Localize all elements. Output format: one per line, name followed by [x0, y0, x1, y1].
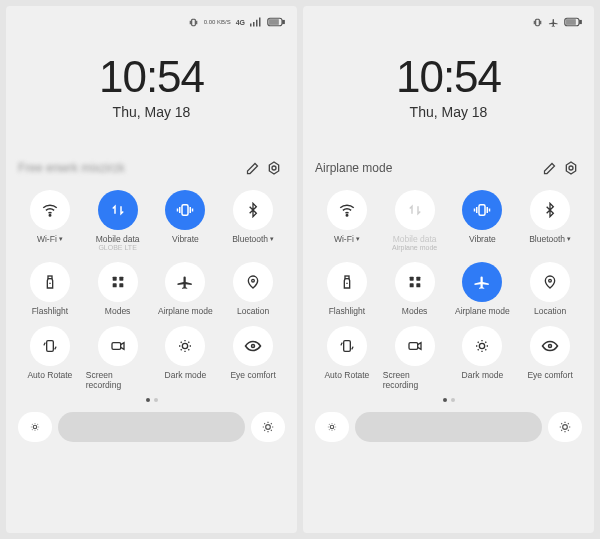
brightness-slider[interactable]: [355, 412, 542, 442]
autorotate-icon: [42, 338, 58, 354]
brightness-row: [18, 412, 285, 442]
svg-rect-25: [536, 19, 540, 25]
vibrate-toggle[interactable]: [462, 190, 502, 230]
vibrate-toggle[interactable]: [165, 190, 205, 230]
tiles-grid: Wi-Fi ▾ Mobile data GLOBE LTE: [18, 190, 285, 390]
wifi-icon: [338, 201, 356, 219]
darkmode-toggle[interactable]: [462, 326, 502, 366]
mobiledata-toggle[interactable]: [395, 190, 435, 230]
brightness-low-button[interactable]: [315, 412, 349, 442]
tile-flashlight: Flashlight: [315, 262, 379, 316]
tile-location: Location: [221, 262, 285, 316]
svg-point-23: [33, 425, 37, 429]
svg-rect-20: [112, 342, 121, 349]
location-toggle[interactable]: [530, 262, 570, 302]
location-icon: [542, 274, 558, 290]
svg-rect-17: [119, 283, 123, 287]
tile-label: Vibrate: [469, 234, 496, 244]
svg-point-10: [49, 215, 51, 217]
svg-rect-33: [345, 276, 349, 279]
wifi-icon: [41, 201, 59, 219]
airplane-toggle[interactable]: [165, 262, 205, 302]
tile-bluetooth: Bluetooth ▾: [518, 190, 582, 252]
quick-settings-panel: 10:54 Thu, May 18 Airplane mode Wi-Fi ▾: [303, 6, 594, 533]
brightness-low-button[interactable]: [18, 412, 52, 442]
mobiledata-icon: [406, 201, 424, 219]
bluetooth-icon: [542, 202, 558, 218]
tile-label: Bluetooth ▾: [232, 234, 274, 244]
tile-label: Screen recording: [86, 370, 150, 390]
clock-time: 10:54: [18, 52, 285, 102]
wifi-toggle[interactable]: [327, 190, 367, 230]
autorotate-toggle[interactable]: [327, 326, 367, 366]
status-battery-icon: [267, 17, 285, 27]
settings-button[interactable]: [263, 157, 285, 179]
modes-toggle[interactable]: [395, 262, 435, 302]
svg-rect-36: [416, 276, 420, 280]
svg-rect-14: [112, 276, 116, 280]
svg-rect-15: [119, 276, 123, 280]
settings-button[interactable]: [560, 157, 582, 179]
modes-toggle[interactable]: [98, 262, 138, 302]
flashlight-icon: [42, 274, 58, 290]
svg-point-39: [549, 279, 552, 282]
tile-screenrec: Screen recording: [86, 326, 150, 390]
tile-mobiledata: Mobile data Airplane mode: [383, 190, 447, 252]
tile-airplane: Airplane mode: [451, 262, 515, 316]
screenrec-toggle[interactable]: [98, 326, 138, 366]
svg-rect-27: [580, 21, 582, 24]
flashlight-toggle[interactable]: [327, 262, 367, 302]
status-vibrate-icon: [188, 17, 199, 28]
svg-rect-40: [344, 340, 351, 351]
eyecomfort-toggle[interactable]: [233, 326, 273, 366]
darkmode-toggle[interactable]: [165, 326, 205, 366]
airplane-toggle[interactable]: [462, 262, 502, 302]
airplane-icon: [473, 273, 491, 291]
edit-button[interactable]: [538, 157, 560, 179]
svg-point-9: [272, 166, 276, 170]
flashlight-toggle[interactable]: [30, 262, 70, 302]
eyecomfort-toggle[interactable]: [530, 326, 570, 366]
clock-area: 10:54 Thu, May 18: [315, 52, 582, 120]
panel-header: Free enwrk mixzirzk: [18, 156, 285, 180]
bluetooth-toggle[interactable]: [530, 190, 570, 230]
clock-area: 10:54 Thu, May 18: [18, 52, 285, 120]
tile-airplane: Airplane mode: [154, 262, 218, 316]
tile-darkmode: Dark mode: [154, 326, 218, 390]
edit-button[interactable]: [241, 157, 263, 179]
status-airplane-icon: [548, 17, 559, 28]
svg-point-42: [480, 343, 485, 348]
svg-rect-35: [409, 276, 413, 280]
tile-mobiledata: Mobile data GLOBE LTE: [86, 190, 150, 252]
wifi-toggle[interactable]: [30, 190, 70, 230]
page-dot: [443, 398, 447, 402]
screenrec-toggle[interactable]: [395, 326, 435, 366]
brightness-high-button[interactable]: [548, 412, 582, 442]
brightness-high-button[interactable]: [251, 412, 285, 442]
location-toggle[interactable]: [233, 262, 273, 302]
tile-flashlight: Flashlight: [18, 262, 82, 316]
svg-rect-41: [409, 342, 418, 349]
brightness-slider[interactable]: [58, 412, 245, 442]
tile-label: Flashlight: [32, 306, 68, 316]
svg-point-18: [252, 279, 255, 282]
svg-rect-1: [250, 24, 252, 27]
svg-rect-3: [256, 20, 258, 27]
mobiledata-toggle[interactable]: [98, 190, 138, 230]
darkmode-icon: [474, 338, 490, 354]
bluetooth-toggle[interactable]: [233, 190, 273, 230]
tile-label: Modes: [402, 306, 428, 316]
chevron-down-icon: ▾: [270, 235, 274, 243]
autorotate-icon: [339, 338, 355, 354]
svg-rect-4: [259, 18, 261, 27]
tile-label: Flashlight: [329, 306, 365, 316]
tile-modes: Modes: [86, 262, 150, 316]
svg-point-24: [266, 424, 271, 429]
tile-vibrate: Vibrate: [451, 190, 515, 252]
tile-sublabel: GLOBE LTE: [98, 244, 136, 252]
svg-marker-8: [269, 162, 278, 174]
svg-point-22: [252, 344, 255, 347]
tiles-grid: Wi-Fi ▾ Mobile data Airplane mode: [315, 190, 582, 390]
tile-label: Eye comfort: [527, 370, 572, 380]
autorotate-toggle[interactable]: [30, 326, 70, 366]
